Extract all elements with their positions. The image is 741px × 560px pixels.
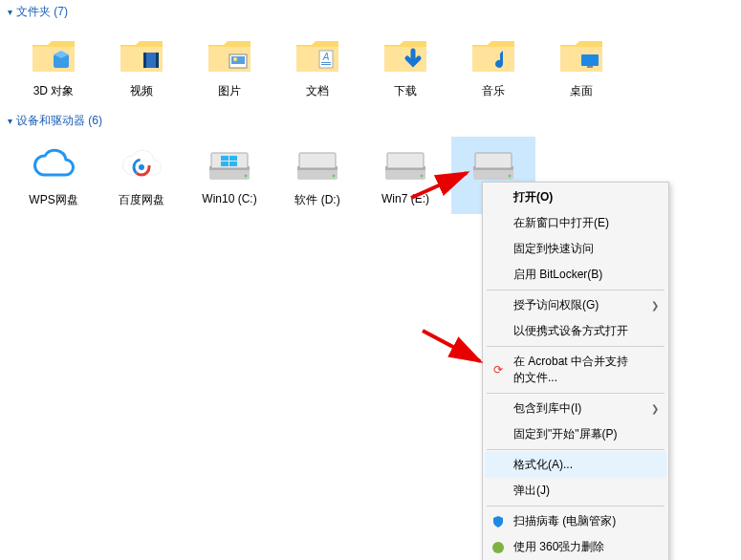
drive-item[interactable]: 软件 (D:) [275, 137, 360, 214]
chevron-down-icon: ▾ [8, 116, 12, 126]
chevron-right-icon: ❯ [651, 300, 659, 311]
menu-separator [487, 449, 665, 450]
360-icon [490, 540, 506, 555]
menu-item-label: 弹出(J) [513, 483, 550, 499]
menu-separator [487, 393, 665, 394]
menu-separator [487, 506, 665, 506]
menu-item[interactable]: 打开(O) [485, 184, 666, 210]
item-label: 视频 [130, 83, 153, 99]
svg-point-7 [233, 57, 237, 61]
svg-point-16 [139, 164, 144, 170]
svg-text:A: A [322, 52, 330, 62]
svg-rect-17 [221, 156, 229, 161]
menu-item-label: 打开(O) [513, 189, 553, 205]
drive-item[interactable]: Win10 (C:) [187, 137, 272, 214]
menu-separator [487, 346, 665, 347]
svg-rect-4 [156, 53, 159, 68]
item-label: 音乐 [482, 83, 505, 99]
folder-icon [115, 33, 168, 79]
item-label: Win7 (E:) [381, 192, 429, 205]
item-label: 软件 (D:) [294, 192, 339, 208]
folder-item[interactable]: A 文档 [275, 28, 360, 105]
menu-item-label: 授予访问权限(G) [513, 297, 599, 313]
section-title-folders: 文件夹 (7) [16, 4, 68, 20]
folder-item[interactable]: 图片 [187, 28, 272, 105]
menu-item-label: 在 Acrobat 中合并支持的文件... [513, 354, 638, 386]
drive-icon [203, 142, 256, 188]
acrobat-icon: ⟳ [490, 362, 506, 377]
folder-icon [203, 33, 256, 79]
menu-item[interactable]: 固定到"开始"屏幕(P) [485, 421, 666, 447]
svg-rect-10 [321, 62, 331, 63]
folder-item[interactable]: 视频 [99, 28, 184, 105]
menu-item[interactable]: 包含到库中(I)❯ [485, 396, 666, 421]
folder-icon [555, 33, 608, 79]
menu-item[interactable]: 启用 BitLocker(B) [485, 262, 666, 288]
drive-item[interactable]: 百度网盘 [99, 137, 184, 214]
drive-item[interactable]: Win7 (E:) [363, 137, 447, 214]
menu-separator [487, 290, 665, 291]
folder-icon: A [291, 33, 344, 79]
menu-item-label: 以便携式设备方式打开 [513, 323, 628, 339]
drive-icon [27, 142, 80, 188]
chevron-right-icon: ❯ [651, 403, 659, 414]
svg-rect-12 [581, 54, 599, 66]
svg-point-21 [492, 542, 504, 553]
folder-item[interactable]: 音乐 [451, 28, 535, 105]
item-label: 文档 [306, 83, 329, 99]
context-menu: 打开(O)在新窗口中打开(E)固定到快速访问启用 BitLocker(B)授予访… [482, 182, 669, 560]
folder-item[interactable]: 下载 [363, 28, 447, 105]
folder-icon [467, 33, 520, 79]
drive-icon [291, 142, 344, 188]
menu-item[interactable]: 以便携式设备方式打开 [485, 318, 666, 344]
section-header-drives[interactable]: ▾ 设备和驱动器 (6) [0, 109, 741, 133]
menu-item[interactable]: 授予访问权限(G)❯ [485, 292, 666, 318]
svg-rect-19 [221, 162, 229, 166]
svg-rect-6 [231, 56, 245, 64]
menu-item-label: 在新窗口中打开(E) [513, 215, 609, 231]
svg-rect-13 [587, 66, 593, 68]
drive-icon [115, 142, 168, 188]
menu-item[interactable]: 固定到快速访问 [485, 236, 666, 262]
item-label: Win10 (C:) [202, 192, 256, 205]
chevron-down-icon: ▾ [8, 7, 12, 17]
menu-item[interactable]: 在新窗口中打开(E) [485, 210, 666, 236]
svg-rect-18 [229, 156, 237, 161]
menu-item[interactable]: ⟳在 Acrobat 中合并支持的文件... [485, 349, 666, 391]
item-label: 桌面 [570, 83, 593, 99]
menu-item-label: 启用 BitLocker(B) [513, 267, 602, 283]
section-header-folders[interactable]: ▾ 文件夹 (7) [0, 0, 741, 24]
menu-item[interactable]: 使用 360强力删除 [485, 534, 666, 560]
menu-item-label: 固定到快速访问 [513, 241, 594, 257]
item-label: 图片 [218, 83, 241, 99]
folder-icon [379, 33, 432, 79]
shield-icon [490, 514, 506, 529]
svg-rect-20 [229, 162, 237, 166]
menu-item[interactable]: 格式化(A)... [485, 452, 666, 478]
menu-item[interactable]: 弹出(J) [485, 478, 666, 504]
drive-item[interactable]: WPS网盘 [11, 137, 96, 214]
folder-item[interactable]: 桌面 [539, 28, 623, 105]
section-title-drives: 设备和驱动器 (6) [16, 113, 102, 129]
svg-rect-3 [143, 53, 146, 68]
menu-item-label: 格式化(A)... [513, 457, 573, 473]
folder-icon [27, 33, 80, 79]
svg-rect-11 [321, 64, 331, 65]
menu-item[interactable]: 扫描病毒 (电脑管家) [485, 508, 666, 534]
menu-item-label: 使用 360强力删除 [513, 539, 604, 555]
svg-line-25 [423, 331, 480, 361]
folder-item[interactable]: 3D 对象 [11, 28, 96, 105]
item-label: WPS网盘 [29, 192, 77, 208]
item-label: 百度网盘 [119, 192, 164, 208]
item-label: 下载 [394, 83, 417, 99]
menu-item-label: 扫描病毒 (电脑管家) [513, 513, 616, 529]
item-label: 3D 对象 [33, 83, 75, 99]
folders-row: 3D 对象 视频 图片 A 文档 下载 音乐 桌面 [0, 24, 741, 109]
menu-item-label: 固定到"开始"屏幕(P) [513, 426, 618, 442]
menu-item-label: 包含到库中(I) [513, 400, 581, 417]
drive-icon [379, 142, 432, 188]
annotation-arrow-2 [421, 329, 490, 371]
